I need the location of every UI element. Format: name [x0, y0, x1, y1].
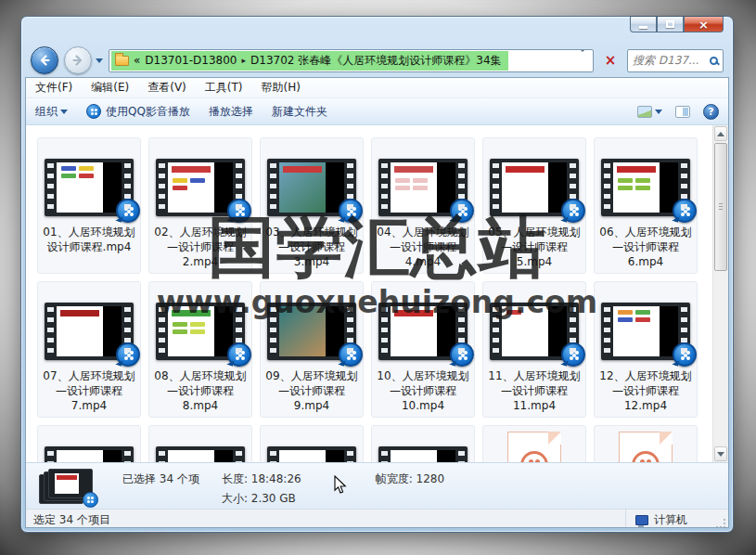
close-button[interactable]: ×	[684, 16, 724, 32]
thumbnail-screen	[168, 162, 233, 213]
breadcrumb-parent[interactable]: D13701-D13800	[145, 54, 237, 67]
selection-stack-icon	[39, 467, 100, 506]
file-item[interactable]: 10、人居环境规划—设计师课程 10.mp4	[371, 281, 475, 418]
thumbnail-slide	[168, 450, 214, 462]
qq-play-button[interactable]: 使用QQ影音播放	[86, 104, 190, 120]
address-bar[interactable]: « D13701-D13800 ▸ D13702 张春峰《人居环境规划设计师课程…	[109, 49, 594, 72]
stop-button[interactable]: ×	[599, 49, 621, 71]
computer-icon	[635, 515, 648, 526]
new-folder-button[interactable]: 新建文件夹	[272, 104, 327, 120]
file-item[interactable]: 11、人居环境规划—设计师课程 11.mp4	[482, 281, 586, 418]
organize-button[interactable]: 组织	[35, 104, 68, 120]
menu-tools[interactable]: 工具(T)	[205, 80, 243, 96]
breadcrumb-current[interactable]: D13702 张春峰《人居环境规划设计师课程》34集	[250, 53, 502, 69]
thumbnail-screen	[279, 450, 344, 462]
chevron-down-icon	[60, 110, 68, 114]
file-item[interactable]: 12、人居环境规划—设计师课程 12.mp4	[594, 281, 698, 418]
forward-button[interactable]	[64, 46, 92, 74]
scroll-up-button[interactable]	[714, 126, 727, 141]
recent-pages-dropdown[interactable]	[96, 58, 103, 63]
triangle-down-icon	[717, 452, 724, 457]
video-thumbnail	[45, 159, 134, 216]
thumbnail-slide	[57, 306, 103, 356]
file-item[interactable]: 06、人居环境规划—设计师课程 6.mp4	[594, 137, 698, 274]
location-label: 计算机	[654, 512, 687, 528]
menu-bar: 文件(F) 编辑(E) 查看(V) 工具(T) 帮助(H)	[26, 78, 728, 98]
selection-status: 选定 34 个项目	[33, 512, 110, 528]
file-name: 01、人居环境规划设计师课程.mp4	[40, 225, 138, 254]
back-arrow-icon	[37, 53, 52, 68]
video-thumbnail	[267, 303, 356, 360]
file-item[interactable]: 04、人居环境规划—设计师课程 4.mp4	[371, 137, 475, 274]
play-selection-button[interactable]: 播放选择	[209, 104, 253, 120]
file-item[interactable]: 02、人居环境规划—设计师课程 2.mp4	[148, 137, 252, 274]
qq-player-icon	[86, 104, 101, 119]
stop-icon: ×	[605, 52, 617, 69]
chevron-down-icon	[655, 110, 662, 114]
change-view-button[interactable]	[637, 106, 662, 118]
video-thumbnail	[267, 159, 356, 216]
thumbnail-screen	[391, 306, 455, 356]
file-list-area: 01、人居环境规划设计师课程.mp4 02、人居环境规划—设计师课程 2.mp4…	[26, 125, 728, 462]
file-item[interactable]: 09、人居环境规划—设计师课程 9.mp4	[260, 281, 364, 418]
navigation-bar: « D13701-D13800 ▸ D13702 张春峰《人居环境规划设计师课程…	[21, 44, 733, 77]
video-file-icon	[619, 432, 673, 462]
thumbnail-slide	[57, 162, 103, 213]
frame-width: 帧宽度: 1280	[376, 467, 444, 509]
preview-pane-icon	[675, 106, 690, 118]
file-item[interactable]	[148, 425, 252, 462]
thumbnail-screen	[57, 450, 122, 462]
file-item[interactable]: 03、人居环境规划—设计师课程 3.mp4	[260, 137, 364, 274]
video-thumbnail	[378, 446, 468, 462]
back-button[interactable]	[31, 46, 58, 74]
address-dropdown-button[interactable]	[574, 52, 591, 70]
menu-file[interactable]: 文件(F)	[35, 80, 72, 96]
thumbnail-slide	[168, 306, 214, 356]
new-folder-label: 新建文件夹	[272, 104, 327, 120]
vertical-scrollbar[interactable]	[712, 125, 728, 462]
file-name: 03、人居环境规划—设计师课程 3.mp4	[263, 225, 361, 269]
file-item[interactable]	[594, 425, 698, 462]
thumbnail-screen	[613, 306, 678, 356]
scrollbar-thumb[interactable]	[714, 143, 727, 271]
preview-pane-button[interactable]	[675, 106, 690, 118]
thumbnail-slide	[613, 306, 660, 356]
file-item[interactable]: 07、人居环境规划—设计师课程 7.mp4	[37, 281, 141, 418]
thumbnail-screen	[391, 162, 455, 213]
thumbnail-screen	[279, 306, 344, 356]
breadcrumb-overflow[interactable]: «	[134, 54, 140, 67]
length-size-column: 长度: 18:48:26 大小: 2.30 GB	[222, 467, 301, 509]
file-item[interactable]	[260, 425, 364, 462]
file-name: 08、人居环境规划—设计师课程 8.mp4	[151, 368, 250, 413]
file-item[interactable]	[371, 425, 475, 462]
maximize-button[interactable]	[657, 16, 684, 32]
titlebar[interactable]: ×	[21, 17, 733, 44]
window-controls: ×	[630, 16, 724, 32]
video-thumbnail	[45, 303, 134, 360]
file-name: 10、人居环境规划—设计师课程 10.mp4	[374, 368, 472, 413]
file-item[interactable]	[37, 425, 141, 462]
file-item[interactable]	[482, 425, 586, 462]
menu-edit[interactable]: 编辑(E)	[91, 80, 129, 96]
selected-count: 已选择 34 个项	[122, 467, 199, 509]
file-name: 02、人居环境规划—设计师课程 2.mp4	[151, 225, 250, 269]
resize-grip[interactable]	[715, 518, 726, 528]
menu-help[interactable]: 帮助(H)	[262, 80, 301, 96]
scroll-down-button[interactable]	[714, 446, 727, 461]
search-input[interactable]	[633, 54, 699, 67]
thumbnail-slide	[57, 450, 103, 462]
minimize-button[interactable]	[630, 16, 657, 32]
forward-arrow-icon	[70, 53, 85, 68]
file-name: 05、人居环境规划—设计师课程 5.mp4	[485, 225, 583, 269]
thumbnail-screen	[391, 450, 455, 462]
help-button[interactable]: ?	[703, 104, 719, 120]
address-selected-text[interactable]: « D13701-D13800 ▸ D13702 张春峰《人居环境规划设计师课程…	[111, 51, 508, 71]
search-box[interactable]	[627, 49, 724, 72]
menu-view[interactable]: 查看(V)	[147, 80, 186, 96]
file-item[interactable]: 01、人居环境规划设计师课程.mp4	[37, 137, 141, 274]
close-icon: ×	[698, 19, 709, 31]
file-item[interactable]: 08、人居环境规划—设计师课程 8.mp4	[148, 281, 252, 418]
file-item[interactable]: 05、人居环境规划—设计师课程 5.mp4	[482, 137, 586, 274]
qq-player-badge-icon	[83, 492, 98, 508]
thumbnail-slide	[279, 450, 326, 462]
